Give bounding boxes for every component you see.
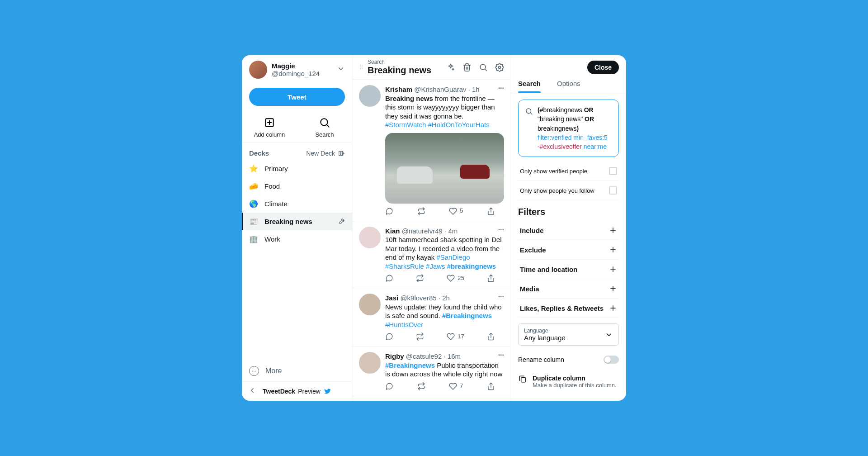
profile-switcher[interactable]: Maggie @domingo_124: [242, 55, 352, 84]
more-icon: ···: [249, 366, 259, 376]
sidebar-item-climate[interactable]: 🌎Climate: [242, 195, 352, 213]
reply-button[interactable]: [385, 382, 393, 390]
profile-name: Maggie: [272, 62, 320, 70]
svg-line-4: [327, 125, 329, 127]
retweet-button[interactable]: [416, 274, 424, 282]
share-button[interactable]: [487, 207, 495, 215]
reply-button[interactable]: [385, 332, 393, 341]
tweet-author: Krisham: [385, 86, 412, 93]
chevron-down-icon: [605, 331, 613, 339]
close-button[interactable]: Close: [587, 61, 619, 74]
share-button[interactable]: [487, 332, 495, 341]
checkbox[interactable]: [609, 167, 617, 175]
like-button[interactable]: 25: [447, 274, 464, 282]
back-button[interactable]: [248, 386, 256, 396]
svg-rect-5: [339, 151, 340, 155]
sidebar-item-work[interactable]: 🏢Work: [242, 230, 352, 248]
language-label: Language: [524, 328, 566, 334]
reply-button[interactable]: [385, 274, 393, 282]
filter-likes-replies-retweets[interactable]: Likes, Replies & Retweets: [518, 299, 619, 318]
app-window: Maggie @domingo_124 Tweet Add column Sea…: [242, 55, 626, 401]
language-select[interactable]: Language Any language: [518, 323, 619, 346]
filter-media[interactable]: Media: [518, 279, 619, 299]
deck-label: Climate: [264, 200, 288, 208]
query-text: (#breakingnews OR "breaking news" OR bre…: [538, 105, 612, 151]
filter-include[interactable]: Include: [518, 221, 619, 240]
share-button[interactable]: [487, 274, 495, 282]
deck-icon: 🌎: [249, 200, 258, 208]
avatar: [359, 352, 381, 374]
tweet-author: Jasi: [385, 294, 398, 302]
add-column-button[interactable]: Add column: [242, 113, 297, 142]
tweet[interactable]: Krisham @KrishanGuarav · 1h Breaking new…: [353, 80, 510, 221]
tweet[interactable]: Rigby @catsule92 · 16m #Breakingnews Pub…: [353, 347, 510, 396]
feed-title: Breaking news: [368, 65, 431, 76]
like-button[interactable]: 17: [447, 332, 464, 341]
tweet-more-button[interactable]: ···: [498, 84, 504, 92]
preview-bar: TweetDeck Preview: [242, 381, 352, 401]
avatar: [249, 61, 267, 79]
like-button[interactable]: 7: [449, 382, 463, 390]
tweet-more-button[interactable]: ···: [498, 401, 504, 401]
avatar: [359, 227, 381, 248]
tweet-more-button[interactable]: ···: [498, 226, 504, 234]
tweet-button[interactable]: Tweet: [249, 88, 345, 106]
svg-point-11: [499, 66, 501, 68]
deck-icon: ⭐: [249, 164, 258, 173]
tweet[interactable]: katie o. @kay_tee_oh · 1h Newly discover…: [353, 396, 510, 401]
tweet-image[interactable]: [385, 133, 504, 204]
tweet-more-button[interactable]: ···: [498, 293, 504, 301]
rename-toggle[interactable]: [604, 356, 619, 364]
chevron-down-icon: [337, 65, 345, 75]
retweet-button[interactable]: [417, 207, 425, 215]
feed-header: ⠿ Search Breaking news: [353, 55, 510, 80]
tweet-author: Rigby: [385, 352, 404, 360]
plus-icon: [609, 246, 617, 254]
drag-handle-icon[interactable]: ⠿: [359, 66, 364, 69]
search-query-input[interactable]: (#breakingnews OR "breaking news" OR bre…: [518, 100, 619, 157]
more-label: More: [265, 367, 282, 375]
deck-icon: 🧀: [249, 182, 258, 190]
filter-time-and-location[interactable]: Time and location: [518, 260, 619, 279]
gear-icon[interactable]: [495, 63, 504, 72]
tweet-more-button[interactable]: ···: [498, 351, 504, 359]
trash-icon[interactable]: [462, 63, 472, 72]
plus-icon: [609, 265, 617, 273]
sidebar-item-breaking-news[interactable]: 📰Breaking news: [242, 213, 352, 230]
deck-icon: 📰: [249, 217, 258, 226]
plus-icon: [609, 226, 617, 234]
filters-title: Filters: [518, 207, 619, 217]
tweet[interactable]: Jasi @k9lover85 · 2h News update: they f…: [353, 288, 510, 347]
preview-label: TweetDeck Preview: [263, 387, 331, 395]
feed-kicker: Search: [368, 59, 431, 65]
svg-line-18: [530, 113, 532, 114]
search-icon[interactable]: [479, 63, 488, 72]
tab-search[interactable]: Search: [518, 74, 541, 93]
like-button[interactable]: 5: [449, 207, 463, 215]
plus-icon: [609, 304, 617, 312]
tweet-handle: @catsule92 · 16m: [406, 352, 461, 360]
reply-button[interactable]: [385, 207, 393, 215]
retweet-button[interactable]: [417, 382, 425, 390]
filter-exclude[interactable]: Exclude: [518, 240, 619, 260]
sidebar-search-button[interactable]: Search: [297, 113, 352, 142]
feed-column: ⠿ Search Breaking news Krisham @KrishanG…: [353, 55, 511, 401]
only-verified-toggle: Only show verified people: [518, 162, 619, 181]
duplicate-icon: [518, 375, 527, 384]
filter-label: Exclude: [520, 246, 546, 254]
wrench-icon[interactable]: [339, 217, 346, 226]
tab-options[interactable]: Options: [557, 74, 580, 93]
tweet-handle: @naturelvr49 · 4m: [402, 227, 458, 235]
sparkle-icon[interactable]: [446, 63, 455, 72]
duplicate-column-button[interactable]: Duplicate column Make a duplicate of thi…: [518, 375, 619, 389]
sidebar-item-food[interactable]: 🧀Food: [242, 177, 352, 195]
deck-label: Primary: [264, 165, 288, 172]
retweet-button[interactable]: [416, 332, 424, 341]
more-button[interactable]: ··· More: [242, 361, 352, 381]
checkbox[interactable]: [609, 186, 617, 195]
search-icon: [525, 107, 533, 115]
new-deck-button[interactable]: New Deck: [306, 150, 345, 157]
sidebar-item-primary[interactable]: ⭐Primary: [242, 160, 352, 177]
tweet[interactable]: Kian @naturelvr49 · 4m 10ft hammerhead s…: [353, 221, 510, 289]
share-button[interactable]: [487, 382, 495, 390]
